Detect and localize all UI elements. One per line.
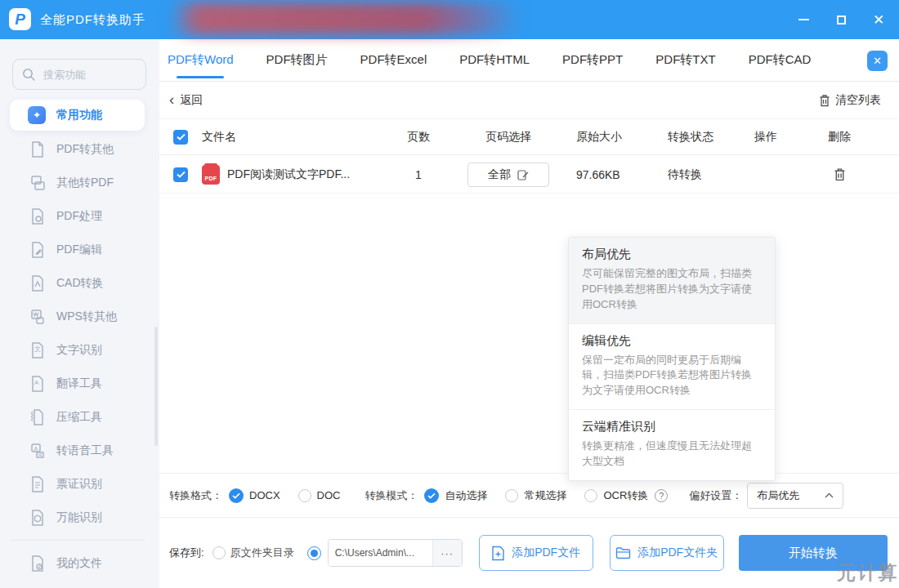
option-title: 编辑优先	[582, 333, 762, 349]
sidebar-item-universal-recognition[interactable]: 万能识别	[0, 501, 159, 534]
help-icon[interactable]: ?	[655, 489, 668, 502]
check-icon	[177, 171, 186, 178]
sidebar-item-label: 压缩工具	[56, 410, 102, 425]
radio-original-folder[interactable]: 原文件夹目录	[212, 546, 294, 560]
add-pdf-folder-button[interactable]: 添加PDF文件夹	[610, 535, 724, 571]
sidebar-item-pdf-process[interactable]: PDF处理	[0, 199, 159, 233]
original-folder-label: 原文件夹目录	[230, 546, 294, 560]
tab-pdf-to-excel[interactable]: PDF转Excel	[360, 39, 427, 81]
clear-list-label: 清空列表	[835, 93, 881, 108]
dropdown-option-cloud-recognition[interactable]: 云端精准识别 转换更精准，但速度慢且无法处理超大型文档	[569, 410, 775, 480]
wps-to-other-icon	[29, 309, 46, 325]
pdf-to-other-icon	[29, 141, 46, 158]
universal-recognition-icon	[29, 510, 46, 526]
preference-select[interactable]: 布局优先	[747, 483, 843, 509]
sidebar-item-my-files[interactable]: 我的文件	[0, 546, 159, 580]
search-icon	[22, 68, 36, 82]
pdf-file-icon: PDF	[202, 165, 220, 185]
back-label: 返回	[180, 93, 203, 108]
select-all-checkbox[interactable]	[173, 130, 188, 145]
cad-convert-icon	[29, 275, 46, 292]
radio-unchecked-icon	[505, 489, 518, 502]
tab-pdf-to-html[interactable]: PDF转HTML	[459, 39, 530, 81]
tab-pdf-to-word[interactable]: PDF转Word	[168, 39, 234, 81]
save-path-input[interactable]	[329, 540, 432, 566]
sidebar-item-invoice-recognition[interactable]: 票证识别	[0, 467, 159, 501]
page-select-button[interactable]: 全部	[467, 163, 549, 187]
invoice-recognition-icon	[29, 476, 46, 492]
row-delete-button[interactable]	[834, 167, 846, 181]
folder-icon	[615, 546, 631, 559]
dropdown-option-layout-first[interactable]: 布局优先 尽可能保留完整的图文布局，扫描类PDF转换若想将图片转换为文字请使用O…	[569, 238, 775, 324]
trash-icon	[834, 167, 846, 181]
sidebar-item-cad-convert[interactable]: CAD转换	[0, 266, 159, 300]
minimize-icon	[798, 19, 809, 20]
add-pdf-file-button[interactable]: 添加PDF文件	[479, 535, 593, 571]
sidebar-item-label: 我的文件	[56, 556, 102, 571]
browse-button[interactable]: ···	[432, 540, 462, 566]
sidebar-item-label: 其他转PDF	[56, 176, 114, 190]
panel-close-button[interactable]: ✕	[867, 51, 888, 71]
row-checkbox[interactable]	[173, 167, 188, 182]
to-audio-tool-icon: A	[29, 443, 46, 459]
search-box[interactable]	[12, 59, 146, 90]
sidebar-scrollbar[interactable]	[154, 327, 158, 446]
sidebar-item-pdf-to-other[interactable]: PDF转其他	[0, 132, 159, 166]
clear-list-button[interactable]: 清空列表	[819, 93, 881, 108]
add-pdf-file-label: 添加PDF文件	[512, 546, 580, 560]
file-plus-icon	[491, 546, 505, 561]
dropdown-option-edit-first[interactable]: 编辑优先 保留一定布局的同时更易于后期编辑，扫描类PDF转换若想将图片转换为文字…	[569, 324, 775, 411]
chevron-up-icon	[825, 492, 834, 498]
trash-icon	[819, 94, 830, 107]
radio-normal-select[interactable]: 常规选择	[505, 488, 566, 503]
radio-custom-path[interactable]	[307, 546, 321, 560]
preference-value: 布局优先	[757, 488, 799, 503]
sidebar-item-wps-to-other[interactable]: WPS转其他	[0, 300, 159, 333]
maximize-button[interactable]	[832, 11, 850, 29]
app-window: P 全能PDF转换助手 ✕ ✦ 常用功能 PDF转其他 其他转PDF PDF处理	[0, 0, 899, 588]
conversion-options-bar: 转换格式： DOCX DOC 转换模式： 自动选择 常规选择 OCR转换	[159, 473, 899, 518]
sidebar-item-label: 翻译工具	[56, 376, 102, 391]
radio-unchecked-icon	[584, 489, 597, 502]
sidebar-item-text-recognition[interactable]: 文 文字识别	[0, 333, 159, 367]
sidebar-item-label: PDF处理	[56, 209, 102, 224]
page-select-value: 全部	[488, 167, 511, 182]
option-description: 保留一定布局的同时更易于后期编辑，扫描类PDF转换若想将图片转换为文字请使用OC…	[582, 353, 762, 399]
radio-doc[interactable]: DOC	[298, 489, 341, 502]
radio-ocr-convert[interactable]: OCR转换	[584, 488, 648, 503]
mode-label: 转换模式：	[365, 488, 418, 503]
file-status: 待转换	[668, 167, 733, 182]
maximize-icon	[837, 16, 846, 24]
preference-label: 偏好设置：	[689, 488, 742, 503]
header-status: 转换状态	[668, 130, 733, 145]
minimize-button[interactable]	[794, 11, 812, 29]
svg-text:A: A	[34, 445, 38, 451]
radio-checked-icon	[424, 488, 439, 503]
radio-checked-icon	[229, 488, 244, 503]
sidebar-item-common-functions[interactable]: ✦ 常用功能	[10, 100, 145, 131]
pdf-edit-icon	[29, 242, 46, 258]
back-button[interactable]: ‹ 返回	[169, 93, 203, 108]
table-header: 文件名 页数 页码选择 原始大小 转换状态 操作 删除	[159, 118, 899, 155]
tab-pdf-to-image[interactable]: PDF转图片	[266, 39, 328, 81]
option-title: 云端精准识别	[582, 419, 762, 434]
sidebar-item-pdf-edit[interactable]: PDF编辑	[0, 233, 159, 266]
tab-pdf-to-txt[interactable]: PDF转TXT	[655, 39, 715, 81]
search-input[interactable]	[43, 69, 136, 81]
sidebar-item-other-to-pdf[interactable]: 其他转PDF	[0, 166, 159, 199]
tab-pdf-to-ppt[interactable]: PDF转PPT	[562, 39, 623, 81]
sidebar-item-compress-tool[interactable]: 压缩工具	[0, 400, 159, 434]
svg-text:A: A	[34, 379, 39, 386]
radio-auto-select[interactable]: 自动选择	[424, 488, 487, 503]
main-content: PDF转Word PDF转图片 PDF转Excel PDF转HTML PDF转P…	[159, 39, 899, 588]
header-size: 原始大小	[570, 130, 668, 145]
check-icon	[177, 133, 186, 140]
radio-docx[interactable]: DOCX	[229, 488, 280, 503]
sidebar-item-to-audio-tool[interactable]: A 转语音工具	[0, 434, 159, 467]
sparkle-glyph: ✦	[33, 109, 41, 121]
sidebar-item-translate-tool[interactable]: A 翻译工具	[0, 367, 159, 400]
tab-pdf-to-cad[interactable]: PDF转CAD	[749, 39, 812, 81]
header-operations: 操作	[733, 130, 798, 145]
close-button[interactable]: ✕	[870, 11, 888, 29]
svg-text:文: 文	[34, 345, 41, 353]
